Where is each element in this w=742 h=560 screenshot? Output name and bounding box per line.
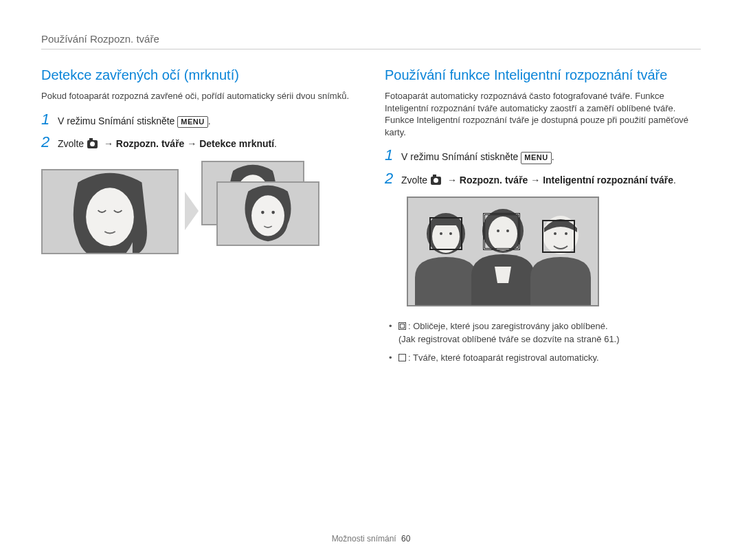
step-number: 2 — [385, 171, 401, 186]
steps-right: 1 V režimu Snímání stiskněte MENU. 2 Zvo… — [385, 148, 701, 187]
single-frame-icon — [398, 354, 406, 361]
step-text-pre: V režimu Snímání stiskněte — [58, 115, 177, 126]
step-text-pre: Zvolte — [58, 138, 87, 149]
section-title-left: Detekce zavřených očí (mrknutí) — [41, 67, 357, 83]
legend-list: : Obličeje, které jsou zaregistrovány ja… — [389, 320, 701, 365]
step-path: → Rozpozn. tváře → Inteligentní rozpozná… — [445, 175, 673, 186]
section-title-right: Používání funkce Inteligentní rozpoznání… — [385, 67, 701, 83]
page-number: 60 — [401, 534, 410, 544]
footer-section: Možnosti snímání — [332, 534, 396, 544]
column-left: Detekce zavřených očí (mrknutí) Pokud fo… — [41, 67, 357, 370]
step-text-post: . — [274, 138, 277, 149]
step-item: 2 Zvolte → Rozpozn. tváře → Detekce mrkn… — [41, 135, 357, 151]
legend-text: : Obličeje, které jsou zaregistrovány ja… — [408, 321, 608, 331]
menu-button-label: MENU — [177, 116, 207, 128]
step-text: Zvolte → Rozpozn. tváře → Detekce mrknut… — [58, 137, 277, 151]
blink-illustration — [41, 161, 302, 264]
svg-point-6 — [261, 211, 265, 214]
step-text-post: . — [552, 151, 554, 162]
intro-left: Pokud fotoaparát rozpozná zavřené oči, p… — [41, 90, 357, 102]
svg-point-14 — [488, 216, 517, 251]
step-item: 1 V režimu Snímání stiskněte MENU. — [385, 148, 701, 164]
step-text-post: . — [208, 115, 211, 126]
step-item: 1 V režimu Snímání stiskněte MENU. — [41, 112, 357, 128]
svg-point-12 — [449, 232, 452, 235]
camera-icon — [431, 177, 441, 185]
step-number: 1 — [41, 112, 58, 127]
photo-eyes-open-small — [216, 181, 319, 246]
running-head: Používání Rozpozn. tváře — [41, 33, 701, 49]
steps-left: 1 V režimu Snímání stiskněte MENU. 2 Zvo… — [41, 112, 357, 151]
legend-text: : Tváře, které fotoaparát registroval au… — [408, 352, 599, 363]
step-text-pre: Zvolte — [401, 175, 430, 186]
step-text: Zvolte → Rozpozn. tváře → Inteligentní r… — [401, 174, 676, 188]
step-text: V režimu Snímání stiskněte MENU. — [58, 115, 211, 128]
step-text: V režimu Snímání stiskněte MENU. — [401, 150, 554, 164]
intro-right: Fotoaparát automaticky rozpoznává často … — [385, 90, 701, 138]
page-footer: Možnosti snímání 60 — [0, 534, 742, 544]
svg-point-15 — [497, 229, 499, 232]
svg-point-11 — [440, 232, 442, 235]
step-number: 1 — [385, 148, 401, 163]
legend-item: : Tváře, které fotoaparát registroval au… — [389, 352, 701, 365]
step-path: → Rozpozn. tváře → Detekce mrknutí — [101, 138, 274, 149]
svg-point-7 — [271, 211, 275, 214]
column-right: Používání funkce Inteligentní rozpoznání… — [385, 67, 701, 370]
step-text-post: . — [673, 175, 676, 186]
camera-icon — [87, 140, 98, 148]
photo-eyes-closed-large — [41, 169, 179, 254]
svg-point-16 — [506, 229, 509, 232]
arrow-right-icon — [185, 192, 199, 230]
step-text-pre: V režimu Snímání stiskněte — [401, 151, 521, 162]
step-item: 2 Zvolte → Rozpozn. tváře → Inteligentní… — [385, 171, 701, 188]
double-frame-icon — [398, 322, 406, 330]
two-column-layout: Detekce zavřených očí (mrknutí) Pokud fo… — [41, 67, 701, 370]
menu-button-label: MENU — [521, 152, 551, 164]
svg-point-18 — [554, 232, 556, 235]
legend-text-extra: (Jak registrovat oblíbené tváře se dozví… — [398, 334, 620, 344]
page-container: Používání Rozpozn. tváře Detekce zavřený… — [0, 0, 742, 370]
svg-point-19 — [565, 232, 567, 235]
group-photo — [407, 197, 599, 306]
svg-point-1 — [86, 188, 134, 246]
svg-point-5 — [251, 195, 284, 236]
legend-item: : Obličeje, které jsou zaregistrovány ja… — [389, 320, 701, 346]
step-number: 2 — [41, 135, 58, 150]
